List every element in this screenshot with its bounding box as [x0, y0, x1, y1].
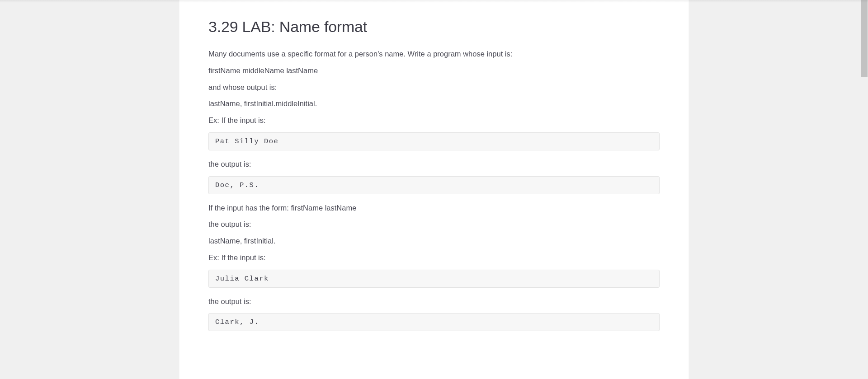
example-input-code-2: Julia Clark: [208, 270, 660, 288]
output-format-two-names: lastName, firstInitial.: [208, 235, 660, 247]
output-label: and whose output is:: [208, 82, 660, 93]
example-output-code-1: Doe, P.S.: [208, 176, 660, 194]
alt-input-form-label: If the input has the form: firstName las…: [208, 202, 660, 214]
example-input-label: Ex: If the input is:: [208, 115, 660, 126]
output-is-label-2: the output is:: [208, 219, 660, 230]
intro-paragraph: Many documents use a specific format for…: [208, 48, 660, 60]
scrollbar-track[interactable]: [860, 0, 868, 379]
output-is-label-3: the output is:: [208, 296, 660, 307]
example-input-label-2: Ex: If the input is:: [208, 252, 660, 263]
input-format-three-names: firstName middleName lastName: [208, 65, 660, 76]
page-title: 3.29 LAB: Name format: [208, 18, 660, 36]
scrollbar-thumb[interactable]: [861, 0, 868, 77]
top-shadow: [0, 0, 868, 3]
example-output-code-2: Clark, J.: [208, 313, 660, 331]
example-input-code-1: Pat Silly Doe: [208, 132, 660, 150]
document-page: 3.29 LAB: Name format Many documents use…: [179, 0, 689, 379]
output-is-label: the output is:: [208, 159, 660, 170]
output-format-three-names: lastName, firstInitial.middleInitial.: [208, 98, 660, 109]
